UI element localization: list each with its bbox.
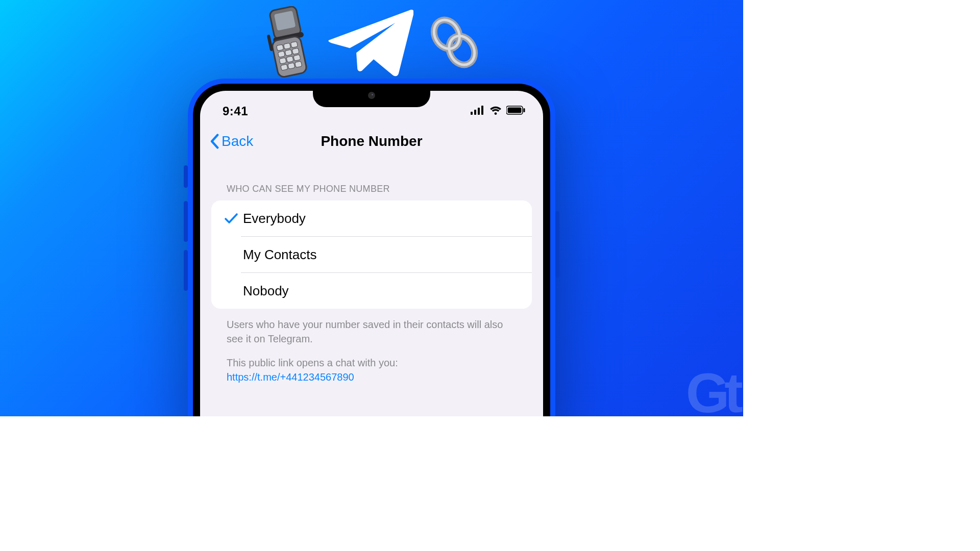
svg-rect-13 <box>281 64 288 70</box>
svg-rect-7 <box>278 51 285 57</box>
section-footer: Users who have your number saved in thei… <box>211 309 532 384</box>
svg-rect-24 <box>481 106 483 115</box>
svg-point-20 <box>444 32 479 69</box>
phone-notch <box>313 84 430 107</box>
visibility-options-list: Everybody My Contacts Nobody <box>211 201 532 309</box>
svg-rect-23 <box>478 108 480 115</box>
svg-rect-6 <box>290 41 298 47</box>
viewport: 9:41 <box>0 0 743 416</box>
back-button[interactable]: Back <box>209 133 253 149</box>
battery-icon <box>506 106 526 117</box>
watermark-logo: Gt <box>686 373 738 412</box>
svg-point-19 <box>429 15 464 53</box>
option-nobody[interactable]: Nobody <box>211 273 532 309</box>
chain-link-icon <box>427 12 482 72</box>
svg-rect-4 <box>277 44 284 51</box>
chevron-left-icon <box>209 134 219 149</box>
footer-text-1: Users who have your number saved in thei… <box>227 318 517 346</box>
svg-rect-21 <box>471 112 473 115</box>
phone-screen: 9:41 <box>200 91 543 416</box>
status-time: 9:41 <box>223 104 248 118</box>
flip-phone-icon <box>261 6 313 79</box>
settings-content: WHO CAN SEE MY PHONE NUMBER Everybody <box>200 157 543 384</box>
option-everybody[interactable]: Everybody <box>211 201 532 236</box>
option-label: Everybody <box>241 211 306 227</box>
svg-rect-11 <box>286 56 293 62</box>
svg-rect-15 <box>295 61 302 67</box>
svg-rect-16 <box>267 34 274 51</box>
telegram-plane-icon <box>327 4 413 81</box>
section-header: WHO CAN SEE MY PHONE NUMBER <box>211 168 532 201</box>
svg-rect-8 <box>285 49 292 56</box>
back-label: Back <box>222 133 253 149</box>
cellular-signal-icon <box>471 106 485 117</box>
svg-rect-22 <box>474 110 476 115</box>
public-link[interactable]: https://t.me/+441234567890 <box>227 370 517 385</box>
svg-rect-10 <box>279 58 286 64</box>
svg-rect-5 <box>283 43 290 49</box>
footer-text-2: This public link opens a chat with you: <box>227 356 517 370</box>
wifi-icon <box>489 106 502 117</box>
svg-rect-26 <box>508 108 522 113</box>
option-label: My Contacts <box>241 247 317 263</box>
page-title: Phone Number <box>321 133 422 149</box>
decorative-header-icons <box>261 4 482 81</box>
svg-rect-27 <box>524 108 525 112</box>
svg-rect-12 <box>293 55 301 61</box>
option-label: Nobody <box>241 283 289 299</box>
svg-rect-14 <box>288 63 295 69</box>
phone-mockup: 9:41 <box>188 79 555 416</box>
option-my-contacts[interactable]: My Contacts <box>211 237 532 272</box>
nav-bar: Back Phone Number <box>200 126 543 157</box>
checkmark-icon <box>222 212 241 224</box>
svg-rect-9 <box>292 48 299 54</box>
